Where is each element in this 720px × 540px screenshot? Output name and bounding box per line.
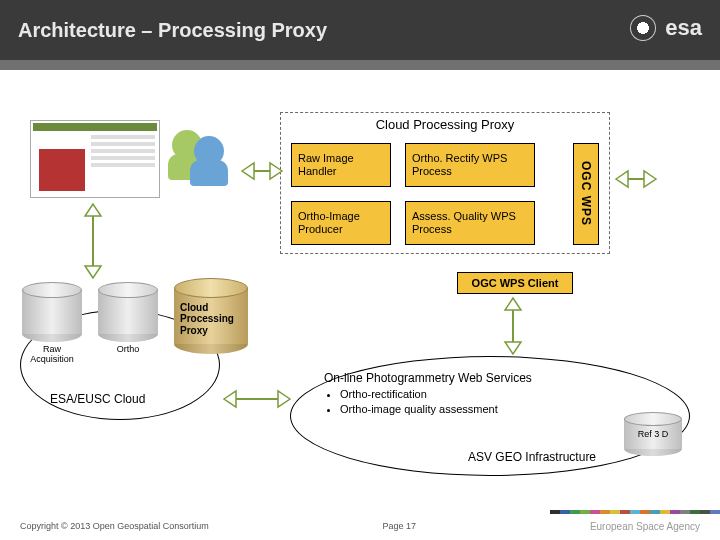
cloud-processing-proxy-cylinder: Cloud Processing Proxy: [174, 278, 248, 354]
arrow-cpp-to-right: [614, 168, 658, 190]
svg-marker-9: [505, 298, 521, 310]
arrow-people-to-cpp: [240, 160, 284, 182]
diagram-canvas: Cloud Processing Proxy Raw Image Handler…: [0, 70, 720, 500]
orthorectify-wps-box: Ortho. Rectify WPS Process: [405, 143, 535, 187]
ui-thumbnail: [30, 120, 160, 198]
footer: Copyright © 2013 Open Geospatial Consort…: [0, 512, 720, 540]
svg-marker-12: [224, 391, 236, 407]
svg-marker-6: [85, 204, 101, 216]
cpp-title: Cloud Processing Proxy: [281, 117, 609, 132]
raw-acquisition-cylinder: Raw Acquisition: [22, 282, 82, 342]
svg-marker-11: [505, 342, 521, 354]
esa-burst-icon: [625, 10, 661, 46]
svg-marker-14: [278, 391, 290, 407]
copyright-text: Copyright © 2013 Open Geospatial Consort…: [20, 521, 209, 531]
header-band: [0, 60, 720, 70]
asv-geo-label: ASV GEO Infrastructure: [468, 450, 596, 464]
esa-logo-text: esa: [665, 15, 702, 41]
page-number: Page 17: [383, 521, 417, 531]
agency-text: European Space Agency: [590, 521, 700, 532]
ortho-cylinder: Ortho: [98, 282, 158, 342]
asv-services-text: On-line Photogrammetry Web Services Orth…: [324, 370, 664, 418]
arrow-ogcclient-up: [502, 296, 524, 356]
ortho-image-producer-box: Ortho-Image Producer: [291, 201, 391, 245]
ref3d-cylinder: Ref 3 D: [624, 412, 682, 456]
arrow-cloud-to-asv: [222, 388, 292, 410]
svg-marker-5: [644, 171, 656, 187]
ogc-wps-box: OGC WPS: [573, 143, 599, 245]
ogc-wps-client-box: OGC WPS Client: [457, 272, 573, 294]
cloud-processing-proxy-box: Cloud Processing Proxy Raw Image Handler…: [280, 112, 610, 254]
esa-logo: esa: [625, 10, 702, 46]
svg-marker-3: [616, 171, 628, 187]
title-bar: Architecture – Processing Proxy esa: [0, 0, 720, 60]
arrow-thumb-to-cloud: [82, 202, 104, 280]
svg-marker-0: [242, 163, 254, 179]
svg-marker-2: [270, 163, 282, 179]
people-icon: [168, 128, 238, 190]
assess-quality-wps-box: Assess. Quality WPS Process: [405, 201, 535, 245]
raw-image-handler-box: Raw Image Handler: [291, 143, 391, 187]
page-title: Architecture – Processing Proxy: [18, 19, 327, 42]
esa-eusc-cloud-label: ESA/EUSC Cloud: [50, 392, 145, 406]
svg-marker-8: [85, 266, 101, 278]
